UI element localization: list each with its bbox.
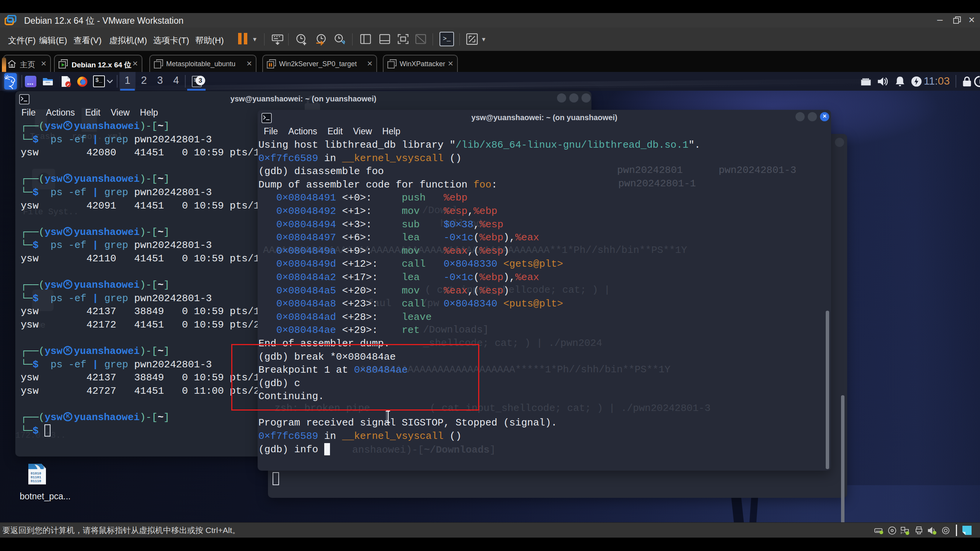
svg-text:01110: 01110 xyxy=(31,479,41,483)
